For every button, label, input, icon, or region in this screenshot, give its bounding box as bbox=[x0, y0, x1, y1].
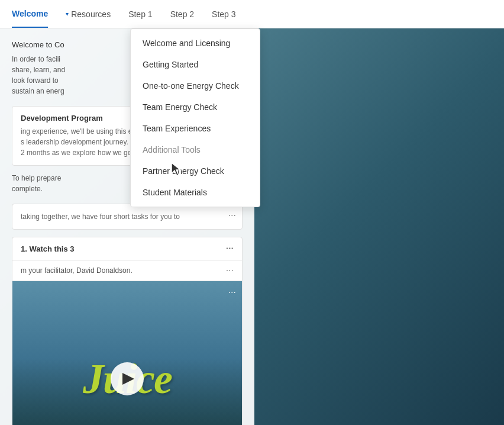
facilitator-bar: m your facilitator, David Donaldson. ··· bbox=[12, 260, 242, 281]
facilitator-text: m your facilitator, David Donaldson. bbox=[21, 266, 133, 275]
dropdown-item-student-materials[interactable]: Student Materials bbox=[131, 182, 260, 203]
card-tasks: taking together, we have four short task… bbox=[12, 204, 243, 230]
dropdown-item-team-experiences[interactable]: Team Experiences bbox=[131, 118, 260, 139]
play-button[interactable] bbox=[111, 362, 144, 395]
dropdown-item-welcome-licensing[interactable]: Welcome and Licensing bbox=[131, 33, 260, 54]
dropdown-item-team-energy[interactable]: Team Energy Check bbox=[131, 96, 260, 118]
watch-section: 1. Watch this 3 ··· m your facilitator, … bbox=[12, 237, 243, 425]
nav-welcome[interactable]: Welcome bbox=[12, 1, 48, 28]
dropdown-item-additional-tools[interactable]: Additional Tools bbox=[131, 139, 260, 160]
watch-header: 1. Watch this 3 ··· bbox=[12, 237, 242, 260]
watch-dots[interactable]: ··· bbox=[226, 243, 234, 254]
dropdown-item-partner-energy[interactable]: Partner Energy Check bbox=[131, 160, 260, 182]
dropdown-item-getting-started[interactable]: Getting Started bbox=[131, 54, 260, 75]
watch-title: 1. Watch this 3 bbox=[21, 244, 75, 253]
facilitator-dots[interactable]: ··· bbox=[226, 265, 234, 276]
play-icon bbox=[122, 373, 134, 385]
dropdown-item-one-to-one[interactable]: One-to-one Energy Check bbox=[131, 75, 260, 96]
right-background bbox=[254, 28, 504, 425]
resources-dropdown: Welcome and Licensing Getting Started On… bbox=[130, 28, 260, 207]
card-tasks-dots[interactable]: ··· bbox=[228, 210, 236, 221]
nav-step1[interactable]: Step 1 bbox=[128, 1, 152, 27]
nav-step2[interactable]: Step 2 bbox=[170, 1, 194, 27]
video-dots[interactable]: ··· bbox=[228, 287, 236, 298]
nav-resources[interactable]: ▾ Resources bbox=[66, 1, 111, 27]
nav-resources-label: Resources bbox=[71, 9, 111, 19]
navbar: Welcome ▾ Resources Step 1 Step 2 Step 3 bbox=[0, 0, 504, 28]
video-player[interactable]: ··· Juice bbox=[12, 281, 242, 425]
dropdown-arrow-icon: ▾ bbox=[66, 11, 69, 17]
nav-step3[interactable]: Step 3 bbox=[212, 1, 235, 27]
card-tasks-body: taking together, we have four short task… bbox=[21, 211, 234, 222]
